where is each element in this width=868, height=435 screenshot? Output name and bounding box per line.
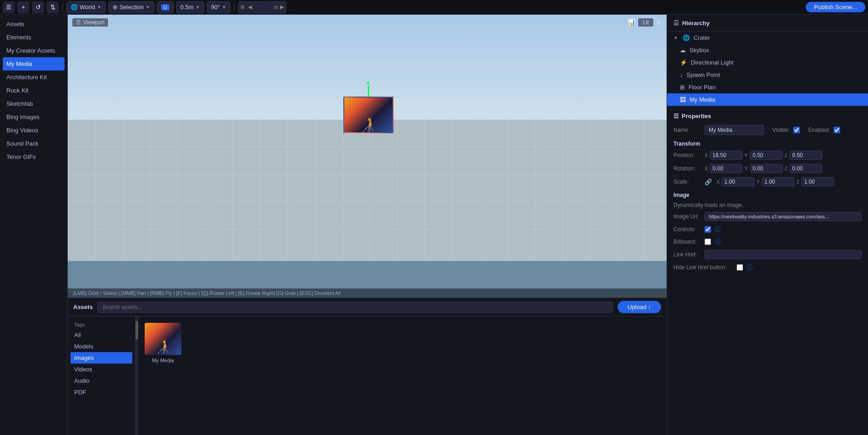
step-select[interactable]: 0.5m ▼ bbox=[176, 1, 204, 13]
rotation-x-input[interactable] bbox=[710, 164, 743, 173]
position-y-input[interactable] bbox=[750, 151, 783, 160]
h-item-skybox[interactable]: ☁ Skybox bbox=[667, 44, 868, 56]
assets-panel-title: Assets bbox=[73, 304, 93, 310]
image-url-input[interactable] bbox=[705, 212, 862, 221]
name-input[interactable] bbox=[705, 125, 764, 135]
view-caret-icon[interactable]: ▼ bbox=[656, 19, 662, 26]
position-xyz: X Y Z bbox=[705, 151, 822, 160]
sidebar-item-my-media[interactable]: My Media bbox=[3, 57, 65, 71]
viewport[interactable]: 🧑‍🦯 ☰ Viewport 📊 Lit ▼ [LMB] Orbit / Sel… bbox=[68, 15, 667, 298]
sidebar-item-sketchfab[interactable]: Sketchfab bbox=[0, 97, 67, 110]
coord-unit: m bbox=[274, 4, 278, 11]
add-button[interactable]: + bbox=[17, 1, 29, 13]
scale-y-input[interactable] bbox=[762, 177, 795, 186]
image-url-label: Image Url: bbox=[673, 213, 701, 220]
controls-row: Controls: ⓘ bbox=[673, 225, 862, 234]
hide-link-checkbox[interactable] bbox=[737, 264, 743, 271]
viewport-top-right: 📊 Lit ▼ bbox=[628, 18, 662, 27]
step-caret-icon: ▼ bbox=[195, 5, 200, 10]
badge-select[interactable]: U bbox=[157, 1, 174, 13]
image-section: Image Dynamically loads an image. Image … bbox=[673, 192, 862, 272]
sidebar-item-assets[interactable]: Assets bbox=[0, 17, 67, 31]
tag-all[interactable]: All bbox=[68, 329, 135, 341]
scale-z-label: Z bbox=[797, 179, 800, 185]
h-item-directional-light[interactable]: ⚡ Directional Light bbox=[667, 56, 868, 69]
properties-section: ☰ Properties Name Visible: Enabled: Tran… bbox=[667, 106, 868, 282]
rotation-y-input[interactable] bbox=[750, 164, 783, 173]
visible-checkbox[interactable] bbox=[793, 127, 800, 133]
sidebar-item-my-creator-assets[interactable]: My Creator Assets bbox=[0, 44, 67, 57]
tag-audio[interactable]: Audio bbox=[68, 375, 135, 386]
tag-models[interactable]: Models bbox=[68, 341, 135, 352]
h-item-floor-label: Floor Plan bbox=[689, 84, 716, 91]
viewport-menu-icon: ☰ bbox=[76, 19, 81, 26]
selection-icon: ⊕ bbox=[113, 4, 118, 11]
sidebar-item-bing-images[interactable]: Bing Images bbox=[0, 110, 67, 124]
enabled-label: Enabled: bbox=[808, 127, 830, 133]
h-item-crater[interactable]: ▼ 🌐 Crater bbox=[667, 32, 868, 44]
step-label: 0.5m bbox=[180, 4, 194, 11]
scale-z-input[interactable] bbox=[801, 177, 834, 186]
assets-body: Tags All Models Images Videos Audio PDF … bbox=[68, 316, 667, 435]
ground-plane bbox=[68, 120, 667, 261]
asset-item[interactable]: 🧑‍🦯 My Media bbox=[145, 323, 181, 363]
enabled-checkbox[interactable] bbox=[834, 127, 840, 133]
light-icon: ⚡ bbox=[680, 59, 687, 66]
divider-2 bbox=[234, 3, 234, 12]
sidebar-item-rock-kit[interactable]: Rock Kit bbox=[0, 84, 67, 97]
scale-y-label: Y bbox=[756, 179, 760, 185]
publish-button[interactable]: Publish Scene... bbox=[806, 2, 865, 12]
billboard-info-icon[interactable]: ⓘ bbox=[715, 238, 721, 246]
coord-right-icon[interactable]: ▶ bbox=[278, 4, 286, 10]
billboard-checkbox[interactable] bbox=[705, 239, 711, 245]
chart-icon: 📊 bbox=[628, 19, 635, 26]
crater-icon: 🌐 bbox=[683, 34, 690, 41]
coord-left-icon[interactable]: ◀ bbox=[246, 4, 254, 10]
h-item-floor-plan[interactable]: ⊞ Floor Plan bbox=[667, 81, 868, 93]
hide-link-info-icon[interactable]: ⓘ bbox=[747, 263, 753, 272]
coord-input-group: ⊞ ◀ 0.00 m ▶ bbox=[238, 1, 286, 13]
sidebar-item-bing-videos[interactable]: Bing Videos bbox=[0, 124, 67, 137]
rot-x-label: X bbox=[705, 166, 708, 171]
properties-title: ☰ Properties bbox=[673, 113, 862, 120]
angle-select[interactable]: 90° ▼ bbox=[207, 1, 231, 13]
tag-images[interactable]: Images bbox=[71, 352, 132, 364]
controls-checkbox[interactable] bbox=[705, 226, 711, 233]
coord-input[interactable]: 0.00 bbox=[254, 4, 274, 11]
tag-videos[interactable]: Videos bbox=[68, 364, 135, 375]
position-z-input[interactable] bbox=[789, 151, 822, 160]
history-button[interactable]: ⇅ bbox=[47, 1, 59, 13]
link-href-label: Link Href: bbox=[673, 251, 701, 258]
world-select[interactable]: 🌐 World ▼ bbox=[66, 1, 106, 13]
rotation-z-input[interactable] bbox=[789, 164, 822, 173]
controls-info-icon[interactable]: ⓘ bbox=[715, 225, 721, 234]
media-object[interactable]: 🧑‍🦯 bbox=[343, 97, 394, 138]
media-person-icon: 🧑‍🦯 bbox=[353, 100, 384, 132]
h-item-spawn-point[interactable]: ↓ Spawn Point bbox=[667, 69, 868, 81]
refresh-button[interactable]: ↺ bbox=[32, 1, 44, 13]
selection-select[interactable]: ⊕ Selection ▼ bbox=[108, 1, 154, 13]
hide-link-label: Hide Link Href button: bbox=[673, 264, 733, 271]
world-label: World bbox=[80, 4, 95, 11]
scale-x-input[interactable] bbox=[722, 177, 754, 186]
tag-pdf[interactable]: PDF bbox=[68, 386, 135, 398]
media-image-frame: 🧑‍🦯 bbox=[343, 97, 394, 133]
h-item-my-media[interactable]: 🖼 My Media bbox=[667, 93, 868, 106]
asset-name-label: My Media bbox=[152, 358, 174, 363]
position-x-input[interactable] bbox=[710, 151, 743, 160]
angle-label: 90° bbox=[211, 4, 220, 11]
menu-button[interactable]: ☰ bbox=[3, 1, 15, 13]
sidebar-item-architecture-kit[interactable]: Architecture Kit bbox=[0, 71, 67, 84]
floor-icon: ⊞ bbox=[680, 84, 685, 91]
link-href-input[interactable] bbox=[705, 250, 862, 259]
sidebar-item-elements[interactable]: Elements bbox=[0, 31, 67, 44]
properties-icon: ☰ bbox=[673, 113, 679, 120]
controls-label: Controls: bbox=[673, 226, 701, 233]
transform-section-title: Transform bbox=[673, 141, 862, 147]
assets-search-input[interactable] bbox=[98, 302, 613, 313]
sidebar-item-sound-pack[interactable]: Sound Pack bbox=[0, 137, 67, 150]
upload-button[interactable]: Upload ↑ bbox=[618, 301, 661, 313]
name-label: Name bbox=[673, 127, 701, 133]
sidebar-item-tenor-gifs[interactable]: Tenor GIFs bbox=[0, 150, 67, 163]
view-mode-button[interactable]: Lit bbox=[638, 18, 653, 27]
